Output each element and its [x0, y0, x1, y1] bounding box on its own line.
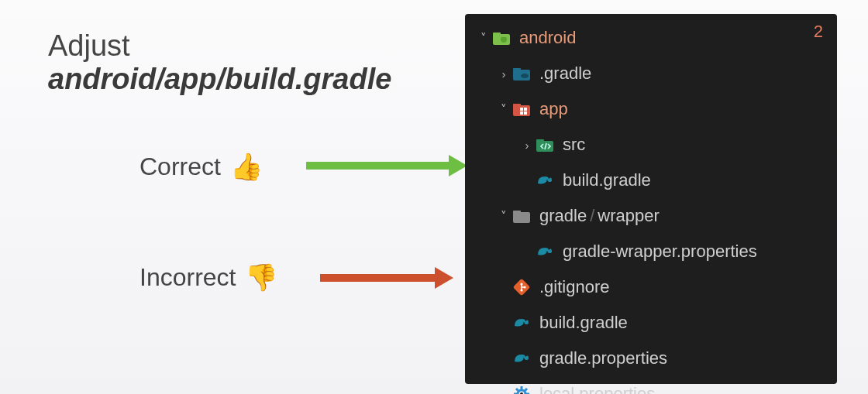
instruction-line1: Adjust — [48, 29, 391, 63]
svg-rect-16 — [513, 212, 530, 223]
chevron-down-icon[interactable]: ˅ — [496, 209, 512, 223]
svg-rect-5 — [513, 68, 521, 71]
folder-icon — [512, 206, 532, 226]
svg-point-6 — [521, 74, 529, 78]
tree-item-gradle-wrapper-properties[interactable]: gradle-wrapper.properties — [465, 234, 837, 269]
svg-rect-14 — [536, 139, 544, 142]
tree-label: gradle-wrapper.properties — [563, 242, 757, 262]
status-incorrect-label: Incorrect — [140, 263, 236, 292]
svg-rect-11 — [520, 111, 523, 115]
folder-android-icon — [491, 28, 512, 48]
gradle-file-icon — [512, 348, 532, 368]
svg-rect-12 — [524, 111, 527, 115]
thumbs-up-icon: 👍 — [230, 151, 263, 182]
tree-item-gitignore[interactable]: .gitignore — [465, 269, 837, 305]
chevron-right-icon[interactable]: › — [519, 139, 535, 152]
gradle-file-icon — [535, 242, 555, 262]
tree-label: .gradle — [539, 63, 591, 84]
svg-line-31 — [516, 389, 518, 391]
tree-item-app[interactable]: ˅ app — [465, 91, 837, 127]
gradle-file-icon — [512, 313, 532, 333]
tree-item-local-properties[interactable]: local.properties — [465, 376, 837, 394]
chevron-right-icon[interactable]: › — [496, 67, 512, 81]
file-tree-panel: 2 ˅ android › .gradle ˅ app › src — [465, 14, 837, 384]
problems-badge: 2 — [814, 22, 823, 42]
status-correct-label: Correct — [140, 152, 221, 181]
tree-label: gradle — [539, 206, 587, 226]
tree-label: app — [539, 99, 568, 119]
tree-item-build-gradle-app[interactable]: build.gradle — [465, 163, 837, 198]
svg-rect-9 — [520, 108, 523, 111]
svg-point-24 — [523, 358, 525, 359]
tree-item-gradle-dir[interactable]: › .gradle — [465, 56, 837, 91]
tree-item-gradle-properties[interactable]: gradle.properties — [465, 341, 837, 376]
tree-item-src[interactable]: › src — [465, 127, 837, 163]
tree-item-android[interactable]: ˅ android — [465, 20, 837, 56]
gear-icon — [512, 384, 532, 394]
svg-point-18 — [546, 251, 548, 252]
status-correct: Correct 👍 — [140, 151, 263, 182]
status-incorrect: Incorrect 👎 — [140, 262, 277, 293]
chevron-down-icon[interactable]: ˅ — [496, 102, 512, 116]
git-icon — [512, 277, 532, 297]
arrow-correct — [306, 162, 466, 170]
svg-rect-3 — [502, 36, 505, 37]
tree-label: src — [563, 135, 585, 155]
tree-label: .gitignore — [539, 277, 610, 297]
svg-rect-8 — [513, 104, 521, 107]
tree-label: local.properties — [539, 384, 655, 394]
svg-rect-10 — [524, 108, 527, 111]
tree-item-gradle-wrapper[interactable]: ˅ gradle / wrapper — [465, 198, 837, 234]
gradle-file-icon — [535, 170, 555, 190]
arrow-incorrect — [320, 274, 452, 282]
tree-item-build-gradle-root[interactable]: build.gradle — [465, 305, 837, 341]
tree-label: build.gradle — [539, 313, 628, 333]
chevron-down-icon[interactable]: ˅ — [476, 31, 491, 45]
folder-gradle-icon — [512, 63, 532, 84]
svg-line-34 — [525, 389, 527, 391]
svg-rect-1 — [493, 33, 501, 36]
tree-label: wrapper — [598, 206, 659, 226]
thumbs-down-icon: 👎 — [245, 262, 277, 293]
folder-src-icon — [535, 135, 555, 155]
tree-label: build.gradle — [563, 170, 651, 190]
svg-point-2 — [501, 36, 507, 43]
svg-rect-17 — [513, 211, 521, 214]
path-separator: / — [587, 206, 598, 226]
folder-app-icon — [512, 99, 532, 119]
tree-label: gradle.properties — [539, 348, 667, 368]
tree-label: android — [519, 28, 576, 48]
instruction-path: android/app/build.gradle — [48, 63, 391, 96]
svg-point-23 — [523, 322, 525, 324]
svg-point-15 — [546, 180, 548, 181]
